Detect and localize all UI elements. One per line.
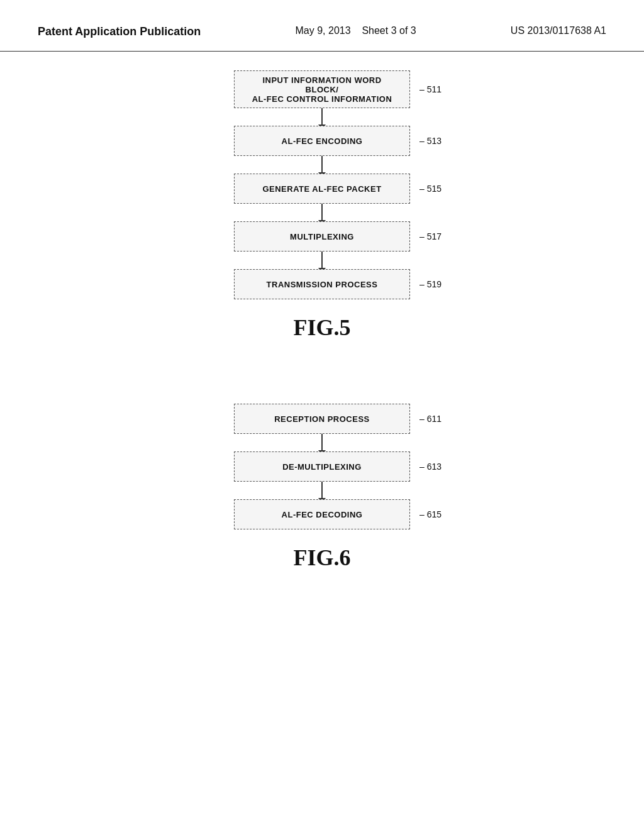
step-513-label: AL-FEC ENCODING bbox=[282, 136, 363, 146]
fig5-label: FIG.5 bbox=[293, 314, 350, 341]
step-515-label: GENERATE AL-FEC PACKET bbox=[262, 184, 381, 194]
step-513-container: AL-FEC ENCODING – 513 bbox=[234, 126, 410, 156]
arrow-517-519 bbox=[321, 252, 323, 269]
header-date: May 9, 2013 bbox=[296, 25, 351, 36]
step-519-box: TRANSMISSION PROCESS bbox=[234, 269, 410, 299]
step-515-box: GENERATE AL-FEC PACKET bbox=[234, 174, 410, 204]
header-date-sheet: May 9, 2013 Sheet 3 of 3 bbox=[296, 25, 416, 36]
step-511-label: INPUT INFORMATION WORD BLOCK/AL-FEC CONT… bbox=[245, 75, 399, 104]
step-517-label: MULTIPLEXING bbox=[290, 232, 354, 241]
page-content: INPUT INFORMATION WORD BLOCK/AL-FEC CONT… bbox=[0, 52, 644, 615]
step-513-box: AL-FEC ENCODING bbox=[234, 126, 410, 156]
step-517-box: MULTIPLEXING bbox=[234, 221, 410, 252]
step-611-label: RECEPTION PROCESS bbox=[274, 414, 370, 424]
step-513-id: – 513 bbox=[419, 136, 441, 146]
step-611-box: RECEPTION PROCESS bbox=[234, 404, 410, 434]
arrow-513-515 bbox=[321, 156, 323, 174]
step-511-container: INPUT INFORMATION WORD BLOCK/AL-FEC CONT… bbox=[234, 70, 410, 108]
header-sheet: Sheet 3 of 3 bbox=[362, 25, 416, 36]
step-615-label: AL-FEC DECODING bbox=[282, 510, 363, 519]
step-517-id: – 517 bbox=[419, 231, 441, 241]
step-511-id: – 511 bbox=[419, 84, 441, 94]
fig6-section: RECEPTION PROCESS – 611 DE-MULTIPLEXING … bbox=[38, 404, 606, 577]
step-519-container: TRANSMISSION PROCESS – 519 bbox=[234, 269, 410, 299]
arrow-613-615 bbox=[321, 482, 323, 499]
step-515-container: GENERATE AL-FEC PACKET – 515 bbox=[234, 174, 410, 204]
arrow-611-613 bbox=[321, 434, 323, 451]
step-615-box: AL-FEC DECODING bbox=[234, 499, 410, 529]
fig5-flowchart: INPUT INFORMATION WORD BLOCK/AL-FEC CONT… bbox=[234, 70, 410, 299]
step-519-label: TRANSMISSION PROCESS bbox=[267, 280, 378, 289]
step-515-id: – 515 bbox=[419, 184, 441, 194]
fig6-label: FIG.6 bbox=[293, 545, 350, 571]
step-611-id: – 611 bbox=[419, 414, 441, 424]
fig5-section: INPUT INFORMATION WORD BLOCK/AL-FEC CONT… bbox=[38, 70, 606, 347]
step-613-box: DE-MULTIPLEXING bbox=[234, 451, 410, 482]
arrow-515-517 bbox=[321, 204, 323, 221]
page-header: Patent Application Publication May 9, 20… bbox=[0, 0, 644, 52]
step-611-container: RECEPTION PROCESS – 611 bbox=[234, 404, 410, 434]
step-519-id: – 519 bbox=[419, 279, 441, 289]
step-613-container: DE-MULTIPLEXING – 613 bbox=[234, 451, 410, 482]
step-615-id: – 615 bbox=[419, 509, 441, 519]
step-511-box: INPUT INFORMATION WORD BLOCK/AL-FEC CONT… bbox=[234, 70, 410, 108]
header-patent-number: US 2013/0117638 A1 bbox=[511, 25, 606, 36]
arrow-511-513 bbox=[321, 108, 323, 126]
step-613-id: – 613 bbox=[419, 462, 441, 472]
step-613-label: DE-MULTIPLEXING bbox=[282, 462, 362, 472]
step-517-container: MULTIPLEXING – 517 bbox=[234, 221, 410, 252]
header-publication-title: Patent Application Publication bbox=[38, 25, 201, 38]
step-615-container: AL-FEC DECODING – 615 bbox=[234, 499, 410, 529]
fig6-flowchart: RECEPTION PROCESS – 611 DE-MULTIPLEXING … bbox=[234, 404, 410, 529]
